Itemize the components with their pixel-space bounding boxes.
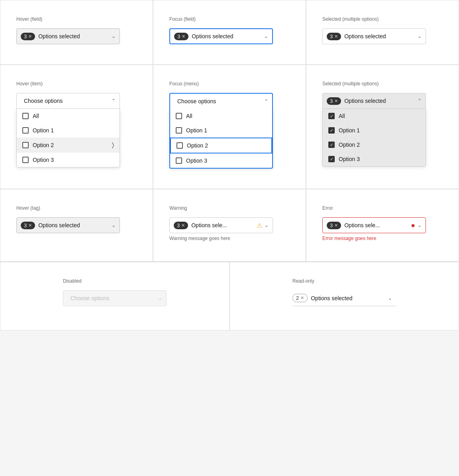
focus-menu-cell: Focus (menu) Choose options ⌃ All Option…	[153, 65, 306, 189]
hover-item-option2-label: Option 2	[33, 142, 54, 148]
selected-multiple-1-select[interactable]: 3 ✕ Options selected ⌄	[322, 28, 426, 44]
warning-cell: Warning 3 ✕ Options sele... ⚠ ⌄ Warning …	[153, 189, 306, 262]
error-badge[interactable]: 3 ✕	[327, 222, 341, 229]
selected-multiple-2-select[interactable]: 3 ✕ Options selected ⌃	[322, 93, 426, 109]
readonly-close-icon: ✕	[300, 295, 304, 301]
focus-menu-chevron-icon: ⌃	[264, 98, 268, 104]
focus-menu-option1[interactable]: Option 1	[170, 123, 272, 138]
hover-tag-close-icon[interactable]: ✕	[28, 223, 32, 228]
selected-multiple-2-all-checkbox[interactable]: ✓	[328, 113, 335, 119]
error-cell: Error 3 ✕ Options sele... ● ⌄ Error mess…	[306, 189, 459, 262]
hover-item-option1-checkbox[interactable]	[22, 127, 29, 134]
selected-multiple-2-label: Selected (multiple options)	[322, 81, 443, 87]
warning-badge-count: 3	[177, 222, 180, 228]
error-message: Error message goes here	[322, 236, 443, 241]
hover-item-cell: Hover (item) Choose options ⌃ All Option…	[0, 65, 153, 189]
hover-field-close-icon[interactable]: ✕	[28, 34, 32, 39]
focus-menu-dropdown: All Option 1 Option 2 Option 3	[169, 109, 273, 169]
selected-multiple-1-badge-count: 3	[330, 33, 333, 39]
hover-item-option1[interactable]: Option 1	[17, 123, 120, 138]
focus-menu-option1-checkbox[interactable]	[176, 127, 182, 134]
selected-multiple-2-option2-label: Option 2	[339, 142, 360, 148]
hover-field-label: Hover (field)	[16, 16, 137, 22]
warning-select[interactable]: 3 ✕ Options sele... ⚠ ⌄	[169, 217, 273, 233]
focus-menu-option1-label: Option 1	[186, 127, 207, 134]
hover-item-option3[interactable]: Option 3	[17, 153, 120, 167]
focus-menu-option3-checkbox[interactable]	[176, 157, 182, 164]
focus-menu-wrapper: Choose options ⌃ All Option 1 Option 2	[169, 93, 273, 169]
readonly-label: Read-only	[292, 278, 396, 284]
selected-multiple-2-wrapper: 3 ✕ Options selected ⌃ ✓ All ✓ Option 1 …	[322, 93, 426, 167]
disabled-label: Disabled	[63, 278, 167, 284]
selected-multiple-1-text: Options selected	[344, 33, 418, 39]
focus-menu-all-checkbox[interactable]	[176, 113, 182, 119]
focus-menu-select[interactable]: Choose options ⌃	[169, 93, 273, 109]
focus-menu-all[interactable]: All	[170, 109, 272, 123]
disabled-inner: Disabled Choose options ⌄	[63, 278, 167, 306]
focus-menu-option2[interactable]: Option 2	[170, 138, 272, 153]
focus-menu-placeholder: Choose options	[177, 98, 264, 104]
hover-item-option1-label: Option 1	[33, 127, 54, 134]
warning-icon: ⚠	[257, 222, 262, 229]
selected-multiple-2-badge[interactable]: 3 ✕	[327, 97, 341, 105]
selected-multiple-1-chevron-icon: ⌄	[418, 33, 422, 39]
selected-multiple-2-option1-checkbox[interactable]: ✓	[328, 127, 335, 134]
hover-item-option2-checkbox[interactable]	[22, 142, 29, 148]
hover-field-badge[interactable]: 3 ✕	[21, 33, 35, 40]
readonly-badge: 2 ✕	[292, 294, 308, 302]
readonly-chevron-icon: ⌄	[388, 295, 392, 301]
selected-multiple-1-close-icon[interactable]: ✕	[334, 34, 338, 39]
error-text: Options sele...	[344, 222, 411, 228]
hover-item-select[interactable]: Choose options ⌃	[16, 93, 120, 109]
hover-tag-label: Hover (tag)	[16, 205, 137, 211]
hover-item-all[interactable]: All	[17, 109, 120, 123]
hover-item-label: Hover (item)	[16, 81, 137, 87]
disabled-cell: Disabled Choose options ⌄	[0, 262, 230, 330]
disabled-chevron-icon: ⌄	[158, 295, 162, 301]
warning-text: Options sele...	[191, 222, 257, 228]
readonly-cell: Read-only 2 ✕ Options selected ⌄	[230, 262, 459, 330]
selected-multiple-2-option3-checkbox[interactable]: ✓	[328, 156, 335, 162]
selected-multiple-2-option1[interactable]: ✓ Option 1	[323, 123, 426, 138]
hover-item-option3-checkbox[interactable]	[22, 157, 29, 163]
selected-multiple-1-badge[interactable]: 3 ✕	[327, 33, 341, 40]
focus-field-badge-count: 3	[177, 33, 180, 39]
error-select[interactable]: 3 ✕ Options sele... ● ⌄	[322, 217, 426, 233]
hover-tag-cell: Hover (tag) 3 ✕ Options selected ⌄	[0, 189, 153, 262]
hover-item-chevron-icon: ⌃	[112, 98, 116, 104]
disabled-select: Choose options ⌄	[63, 290, 167, 306]
focus-field-badge[interactable]: 3 ✕	[174, 33, 188, 40]
selected-multiple-2-option2[interactable]: ✓ Option 2	[323, 138, 426, 152]
warning-badge[interactable]: 3 ✕	[174, 222, 188, 229]
focus-menu-option2-label: Option 2	[187, 142, 208, 149]
focus-menu-label: Focus (menu)	[169, 81, 290, 87]
hover-item-option3-label: Option 3	[33, 157, 54, 163]
hover-item-all-checkbox[interactable]	[22, 113, 29, 119]
hover-field-select[interactable]: 3 ✕ Options selected ⌄	[16, 28, 120, 44]
focus-menu-option3[interactable]: Option 3	[170, 153, 272, 168]
readonly-badge-count: 2	[296, 295, 299, 301]
error-label: Error	[322, 205, 443, 211]
error-chevron-icon: ⌄	[418, 222, 422, 228]
focus-menu-option3-label: Option 3	[186, 157, 207, 164]
selected-multiple-2-option3[interactable]: ✓ Option 3	[323, 152, 426, 166]
selected-multiple-1-label: Selected (multiple options)	[322, 16, 443, 22]
hover-tag-badge-count: 3	[24, 222, 27, 228]
hover-item-option2[interactable]: Option 2 〉	[17, 138, 120, 153]
hover-cursor-icon: 〉	[112, 142, 114, 149]
hover-tag-select[interactable]: 3 ✕ Options selected ⌄	[16, 217, 120, 233]
hover-tag-badge[interactable]: 3 ✕	[21, 222, 35, 229]
warning-close-icon[interactable]: ✕	[181, 223, 185, 228]
focus-field-select[interactable]: 3 ✕ Options selected ⌄	[169, 28, 273, 44]
selected-multiple-2-option2-checkbox[interactable]: ✓	[328, 142, 335, 148]
selected-multiple-1-cell: Selected (multiple options) 3 ✕ Options …	[306, 0, 459, 65]
focus-field-close-icon[interactable]: ✕	[182, 34, 185, 39]
selected-multiple-2-text: Options selected	[344, 98, 418, 104]
focus-menu-option2-checkbox[interactable]	[177, 142, 183, 149]
selected-multiple-2-all[interactable]: ✓ All	[323, 109, 426, 123]
error-close-icon[interactable]: ✕	[334, 223, 338, 228]
warning-message: Warning message goes here	[169, 236, 290, 241]
disabled-placeholder: Choose options	[71, 295, 158, 301]
selected-multiple-2-close-icon[interactable]: ✕	[334, 98, 338, 104]
selected-multiple-2-option3-label: Option 3	[339, 156, 360, 162]
